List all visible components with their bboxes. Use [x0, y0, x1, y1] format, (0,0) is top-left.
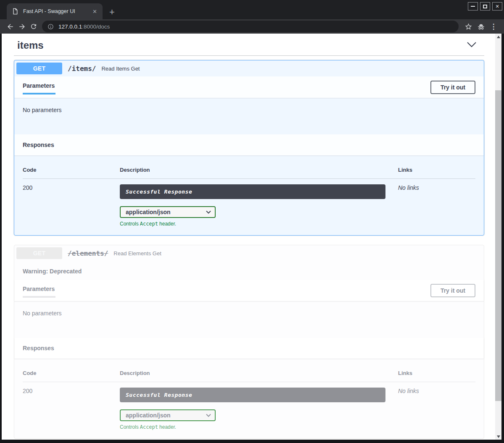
- method-badge-get: GET: [16, 247, 62, 259]
- method-badge-get: GET: [16, 63, 62, 74]
- responses-title: Responses: [23, 345, 54, 351]
- table-row: 200 Successful Response application/json…: [23, 179, 475, 227]
- new-tab-icon[interactable]: +: [109, 8, 115, 17]
- opblock-summary-description: Read Elements Get: [113, 250, 161, 257]
- chevron-down-icon[interactable]: [467, 41, 477, 50]
- back-button[interactable]: [4, 21, 16, 32]
- column-header-links: Links: [398, 370, 475, 376]
- try-it-out-button[interactable]: Try it out: [430, 81, 475, 94]
- vertical-scrollbar[interactable]: [495, 34, 501, 440]
- accept-header-note: ControlsAcceptheader.: [120, 424, 385, 430]
- maximize-icon: [483, 5, 487, 8]
- back-icon: [6, 23, 14, 31]
- star-icon: [464, 23, 472, 31]
- tab-title: Fast API - Swagger UI: [23, 8, 91, 14]
- url-bar[interactable]: 127.0.0.1:8000/docs: [42, 21, 459, 32]
- parameters-section-header: Parameters Try it out: [14, 280, 484, 301]
- response-code: 200: [23, 184, 120, 227]
- minimize-icon: [471, 6, 475, 7]
- menu-icon: ⋮: [490, 22, 497, 31]
- column-header-description: Description: [120, 370, 398, 376]
- column-header-code: Code: [23, 370, 120, 376]
- no-parameters-text: No parameters: [23, 107, 62, 113]
- responses-table-header: Code Description Links: [23, 163, 475, 179]
- forward-button[interactable]: [16, 21, 28, 32]
- response-code: 200: [23, 388, 120, 430]
- tab-parameters[interactable]: Parameters: [23, 283, 55, 298]
- responses-table: Code Description Links 200 Successful Re…: [14, 155, 484, 235]
- opblock-path: /elements/: [68, 249, 108, 257]
- responses-title: Responses: [23, 142, 54, 148]
- column-header-code: Code: [23, 167, 120, 173]
- table-row: 200 Successful Response application/json…: [23, 382, 475, 430]
- window-minimize-button[interactable]: [468, 2, 478, 10]
- incognito-indicator: [475, 21, 487, 32]
- browser-menu-button[interactable]: ⋮: [487, 21, 500, 32]
- browser-window: Fast API - Swagger UI ✕ + ✕ 127.0.0.1:80…: [0, 0, 504, 443]
- opblock-get-elements-deprecated: GET /elements/ Read Elements Get Warning…: [14, 245, 484, 439]
- opblock-summary[interactable]: GET /elements/ Read Elements Get: [14, 245, 484, 261]
- window-close-button[interactable]: ✕: [492, 2, 502, 10]
- parameters-section-header: Parameters Try it out: [14, 76, 484, 98]
- accept-header-note: ControlsAcceptheader.: [120, 221, 385, 227]
- response-description-box: Successful Response: [120, 388, 385, 402]
- opblock-path: /items/: [68, 65, 96, 73]
- tag-section-header-items[interactable]: items: [14, 36, 484, 56]
- scroll-down-arrow-icon[interactable]: [495, 433, 501, 440]
- swagger-ui-page: items GET /items/ Read Items Get Paramet…: [2, 34, 495, 440]
- url-path: :8000/docs: [82, 24, 110, 30]
- bookmark-star-button[interactable]: [462, 21, 475, 32]
- response-description-box: Successful Response: [120, 184, 385, 199]
- no-parameters-text: No parameters: [23, 310, 62, 317]
- opblock-summary-description: Read Items Get: [101, 66, 140, 72]
- browser-toolbar: 127.0.0.1:8000/docs ⋮: [0, 19, 504, 34]
- responses-table-header: Code Description Links: [23, 366, 475, 382]
- window-controls: ✕: [468, 2, 502, 10]
- media-type-select-wrapper: application/json: [120, 206, 216, 218]
- reload-button[interactable]: [28, 21, 40, 32]
- reload-icon: [30, 23, 37, 30]
- url-host: 127.0.0.1: [58, 24, 82, 30]
- parameters-body: No parameters: [14, 301, 484, 338]
- tab-parameters[interactable]: Parameters: [23, 80, 55, 94]
- opblock-summary[interactable]: GET /items/ Read Items Get: [14, 60, 484, 76]
- try-it-out-button[interactable]: Try it out: [430, 284, 475, 297]
- column-header-links: Links: [398, 167, 475, 173]
- tag-title: items: [17, 39, 44, 51]
- column-header-description: Description: [120, 167, 398, 173]
- responses-section-header: Responses: [14, 338, 484, 359]
- window-maximize-button[interactable]: [480, 2, 490, 10]
- opblock-get-items: GET /items/ Read Items Get Parameters Tr…: [14, 60, 484, 236]
- response-links: No links: [398, 388, 475, 430]
- responses-table: Code Description Links 200 Successful Re…: [14, 359, 484, 438]
- incognito-icon: [477, 22, 486, 31]
- browser-tab[interactable]: Fast API - Swagger UI ✕: [7, 3, 103, 19]
- response-description-cell: Successful Response application/json Con…: [120, 184, 398, 227]
- forward-icon: [18, 23, 26, 31]
- tab-bar: Fast API - Swagger UI ✕ + ✕: [0, 0, 504, 19]
- scroll-up-arrow-icon[interactable]: [495, 34, 501, 40]
- info-icon: [47, 24, 54, 30]
- media-type-select[interactable]: application/json: [120, 206, 216, 218]
- media-type-select[interactable]: application/json: [120, 409, 216, 421]
- document-icon: [12, 8, 18, 15]
- media-type-select-wrapper: application/json: [120, 409, 216, 421]
- deprecated-warning: Warning: Deprecated: [14, 261, 484, 280]
- responses-section-header: Responses: [14, 134, 484, 155]
- tab-close-icon[interactable]: ✕: [91, 8, 98, 15]
- response-description-cell: Successful Response application/json Con…: [120, 388, 398, 430]
- scrollbar-thumb[interactable]: [495, 90, 501, 401]
- page-content: items GET /items/ Read Items Get Paramet…: [2, 34, 501, 440]
- parameters-body: No parameters: [14, 98, 484, 134]
- response-links: No links: [398, 184, 475, 227]
